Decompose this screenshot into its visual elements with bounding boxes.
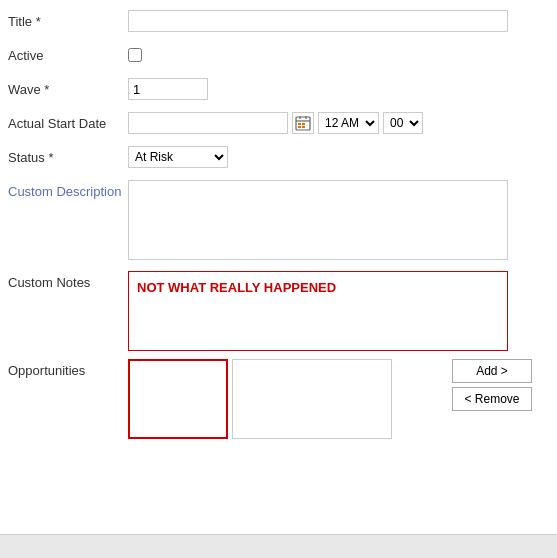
- status-select[interactable]: At Risk On Track Complete: [128, 146, 228, 168]
- custom-notes-text: NOT WHAT REALLY HAPPENED: [133, 276, 340, 299]
- time-minutes-select[interactable]: 00 15 30 45: [383, 112, 423, 134]
- opportunities-label: Opportunities: [8, 359, 128, 378]
- status-label: Status *: [8, 146, 128, 165]
- date-row: 12 AM 1 AM 2 AM 00 15 30 45: [128, 112, 549, 134]
- wave-label: Wave *: [8, 78, 128, 97]
- actual-start-date-row: Actual Start Date: [8, 112, 549, 138]
- custom-notes-label: Custom Notes: [8, 271, 128, 290]
- title-field: [128, 10, 549, 32]
- opportunities-buttons: Add > < Remove: [452, 359, 532, 411]
- active-field: [128, 44, 549, 65]
- status-row: Status * At Risk On Track Complete: [8, 146, 549, 172]
- custom-notes-box: NOT WHAT REALLY HAPPENED: [128, 271, 508, 351]
- active-label: Active: [8, 44, 128, 63]
- status-field: At Risk On Track Complete: [128, 146, 549, 168]
- title-label: Title *: [8, 10, 128, 29]
- active-checkbox[interactable]: [128, 48, 142, 62]
- wave-field: [128, 78, 549, 100]
- svg-rect-5: [302, 123, 305, 125]
- remove-button[interactable]: < Remove: [452, 387, 532, 411]
- date-input[interactable]: [128, 112, 288, 134]
- svg-rect-6: [298, 126, 301, 128]
- opportunities-row: Opportunities Add > < Remove: [8, 359, 549, 439]
- svg-rect-7: [302, 126, 305, 128]
- custom-notes-row: Custom Notes NOT WHAT REALLY HAPPENED: [8, 271, 549, 351]
- calendar-button[interactable]: [292, 112, 314, 134]
- title-row: Title *: [8, 10, 549, 36]
- actual-start-date-field: 12 AM 1 AM 2 AM 00 15 30 45: [128, 112, 549, 134]
- add-button[interactable]: Add >: [452, 359, 532, 383]
- actual-start-date-label: Actual Start Date: [8, 112, 128, 131]
- opportunities-middle-box: [232, 359, 392, 439]
- title-input[interactable]: [128, 10, 508, 32]
- custom-description-row: Custom Description: [8, 180, 549, 263]
- custom-description-field: [128, 180, 549, 263]
- time-am-pm-select[interactable]: 12 AM 1 AM 2 AM: [318, 112, 379, 134]
- footer-bar: [0, 534, 557, 558]
- svg-rect-4: [298, 123, 301, 125]
- wave-input[interactable]: [128, 78, 208, 100]
- custom-description-label: Custom Description: [8, 180, 128, 199]
- custom-notes-field: NOT WHAT REALLY HAPPENED: [128, 271, 549, 351]
- active-row: Active: [8, 44, 549, 70]
- opportunities-fields: Add > < Remove: [128, 359, 532, 439]
- calendar-icon: [295, 115, 311, 131]
- wave-row: Wave *: [8, 78, 549, 104]
- opportunities-left-box: [128, 359, 228, 439]
- custom-description-textarea[interactable]: [128, 180, 508, 260]
